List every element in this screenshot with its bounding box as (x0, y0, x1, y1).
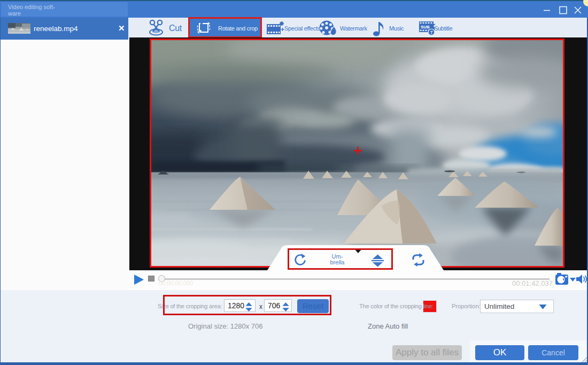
svg-text:SUB: SUB (421, 25, 430, 29)
svg-text:T: T (430, 30, 434, 35)
